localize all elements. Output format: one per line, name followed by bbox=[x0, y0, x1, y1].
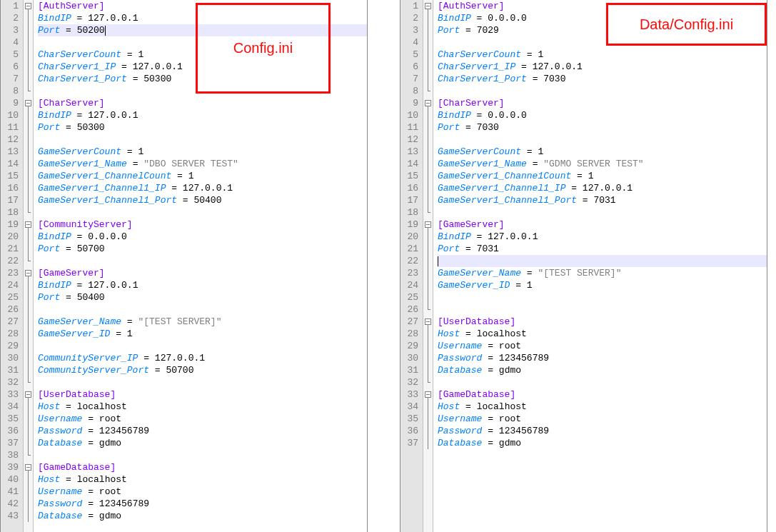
code-line[interactable]: [GameServer] bbox=[438, 219, 767, 231]
code-line[interactable]: [GameDatabase] bbox=[38, 461, 367, 473]
code-line[interactable]: Port = 50400 bbox=[38, 291, 367, 303]
code-line[interactable]: BindIP = 0.0.0.0 bbox=[438, 109, 767, 121]
code-line[interactable] bbox=[38, 134, 367, 146]
code-line[interactable]: BindIP = 0.0.0.0 bbox=[438, 12, 767, 24]
fold-toggle-icon[interactable] bbox=[24, 461, 33, 473]
code-line[interactable]: Password = 123456789 bbox=[38, 498, 367, 510]
code-line[interactable]: GameServer1_Channel1_IP = 127.0.0.1 bbox=[438, 182, 767, 194]
ini-value: 7031 bbox=[477, 243, 499, 255]
code-line[interactable]: [AuthServer] bbox=[438, 0, 767, 12]
code-line[interactable]: GameServerCount = 1 bbox=[438, 146, 767, 158]
code-area[interactable]: [AuthServer]BindIP = 127.0.0.1Port = 502… bbox=[34, 0, 367, 532]
code-line[interactable]: Port = 50200 bbox=[38, 24, 367, 36]
ini-key: BindIP bbox=[438, 231, 471, 243]
code-line[interactable]: Username = root bbox=[38, 413, 367, 425]
code-line[interactable]: GameServer1_Channel1_Port = 50400 bbox=[38, 194, 367, 206]
code-line[interactable]: Username = root bbox=[38, 486, 367, 498]
code-line[interactable]: GameServer_Name = "[TEST SERVER]" bbox=[38, 316, 367, 328]
code-line[interactable]: BindIP = 127.0.0.1 bbox=[38, 109, 367, 121]
code-line[interactable] bbox=[438, 134, 767, 146]
ini-value: root bbox=[99, 413, 121, 425]
code-line[interactable]: [UserDatabase] bbox=[438, 316, 767, 328]
code-line[interactable]: CharServer1_IP = 127.0.0.1 bbox=[438, 61, 767, 73]
code-line[interactable] bbox=[38, 340, 367, 352]
code-line[interactable]: Password = 123456789 bbox=[438, 425, 767, 437]
code-line[interactable] bbox=[438, 206, 767, 219]
code-line[interactable]: Database = gdmo bbox=[38, 510, 367, 522]
code-line[interactable]: Host = localhost bbox=[38, 473, 367, 486]
code-line[interactable]: Port = 7031 bbox=[438, 243, 767, 255]
code-line[interactable] bbox=[38, 376, 367, 388]
code-line[interactable]: GameServer_Name = "[TEST SERVER]" bbox=[438, 267, 767, 279]
code-line[interactable]: Database = gdmo bbox=[438, 364, 767, 376]
code-line[interactable]: CommunityServer_IP = 127.0.0.1 bbox=[38, 352, 367, 364]
code-line[interactable] bbox=[38, 85, 367, 97]
code-line[interactable]: [CharServer] bbox=[38, 97, 367, 109]
code-line[interactable]: [GameServer] bbox=[38, 267, 367, 279]
code-line[interactable] bbox=[438, 376, 767, 388]
code-line[interactable]: BindIP = 127.0.0.1 bbox=[38, 279, 367, 291]
code-line[interactable] bbox=[438, 85, 767, 97]
code-line[interactable] bbox=[438, 291, 767, 303]
fold-toggle-icon[interactable] bbox=[24, 388, 33, 401]
code-line[interactable]: Host = localhost bbox=[438, 401, 767, 413]
code-line[interactable]: Database = gdmo bbox=[438, 437, 767, 449]
code-line[interactable]: Host = localhost bbox=[438, 328, 767, 340]
code-line[interactable]: GameServer_ID = 1 bbox=[38, 328, 367, 340]
code-area[interactable]: [AuthServer]BindIP = 0.0.0.0Port = 7029 … bbox=[433, 0, 767, 532]
code-line[interactable]: Username = root bbox=[438, 340, 767, 352]
code-line[interactable]: BindIP = 127.0.0.1 bbox=[438, 231, 767, 243]
code-line[interactable] bbox=[438, 303, 767, 316]
fold-toggle-icon[interactable] bbox=[423, 219, 433, 231]
code-line[interactable] bbox=[38, 449, 367, 461]
code-line[interactable]: Port = 7030 bbox=[438, 121, 767, 134]
code-line[interactable]: BindIP = 0.0.0.0 bbox=[38, 231, 367, 243]
fold-guide bbox=[423, 376, 433, 388]
code-line[interactable]: Password = 123456789 bbox=[38, 425, 367, 437]
code-line[interactable]: BindIP = 127.0.0.1 bbox=[38, 12, 367, 24]
code-line[interactable]: GameServer1_Name = "GDMO SERVER TEST" bbox=[438, 158, 767, 170]
code-line[interactable]: CharServer1_IP = 127.0.0.1 bbox=[38, 61, 367, 73]
fold-toggle-icon[interactable] bbox=[423, 388, 433, 401]
code-line[interactable] bbox=[438, 255, 767, 267]
fold-toggle-icon[interactable] bbox=[423, 97, 433, 109]
code-line[interactable]: CharServerCount = 1 bbox=[438, 49, 767, 61]
code-line[interactable]: Username = root bbox=[438, 413, 767, 425]
code-line[interactable]: [UserDatabase] bbox=[38, 388, 367, 401]
code-line[interactable]: Password = 123456789 bbox=[438, 352, 767, 364]
fold-toggle-icon[interactable] bbox=[24, 219, 33, 231]
code-line[interactable]: GameServer1_Channel1_Port = 7031 bbox=[438, 194, 767, 206]
code-line[interactable]: GameServer1_Channel1_IP = 127.0.0.1 bbox=[38, 182, 367, 194]
fold-toggle-icon[interactable] bbox=[24, 0, 33, 12]
fold-toggle-icon[interactable] bbox=[24, 267, 33, 279]
code-line[interactable]: [GameDatabase] bbox=[438, 388, 767, 401]
code-line[interactable]: GameServer1_ChannelCount = 1 bbox=[38, 170, 367, 182]
fold-toggle-icon[interactable] bbox=[423, 0, 433, 12]
code-line[interactable]: [CharServer] bbox=[438, 97, 767, 109]
code-line[interactable]: Port = 50700 bbox=[38, 243, 367, 255]
code-line[interactable]: GameServer_ID = 1 bbox=[438, 279, 767, 291]
code-line[interactable] bbox=[38, 206, 367, 219]
fold-toggle-icon[interactable] bbox=[24, 97, 33, 109]
code-line[interactable]: GameServerCount = 1 bbox=[38, 146, 367, 158]
code-line[interactable]: [AuthServer] bbox=[38, 0, 367, 12]
code-line[interactable] bbox=[38, 303, 367, 316]
code-line[interactable]: GameServer1_Channe1Count = 1 bbox=[438, 170, 767, 182]
code-line[interactable] bbox=[438, 36, 767, 49]
editor-pane-right: 1234567891011121314151617181920212223242… bbox=[400, 0, 767, 532]
code-line[interactable]: [CommunityServer] bbox=[38, 219, 367, 231]
code-line[interactable]: CommunityServer_Port = 50700 bbox=[38, 364, 367, 376]
code-line[interactable]: Database = gdmo bbox=[38, 437, 367, 449]
code-line[interactable]: Port = 7029 bbox=[438, 24, 767, 36]
code-line[interactable]: CharServer1_Port = 50300 bbox=[38, 73, 367, 85]
code-line[interactable] bbox=[38, 36, 367, 49]
code-line[interactable]: Host = localhost bbox=[38, 401, 367, 413]
code-line[interactable] bbox=[38, 255, 367, 267]
code-line[interactable]: Port = 50300 bbox=[38, 121, 367, 134]
fold-gutter[interactable] bbox=[423, 0, 433, 532]
fold-gutter[interactable] bbox=[24, 0, 34, 532]
fold-toggle-icon[interactable] bbox=[423, 316, 433, 328]
code-line[interactable]: CharServer1_Port = 7030 bbox=[438, 73, 767, 85]
code-line[interactable]: CharServerCount = 1 bbox=[38, 49, 367, 61]
code-line[interactable]: GameServer1_Name = "DBO SERVER TEST" bbox=[38, 158, 367, 170]
